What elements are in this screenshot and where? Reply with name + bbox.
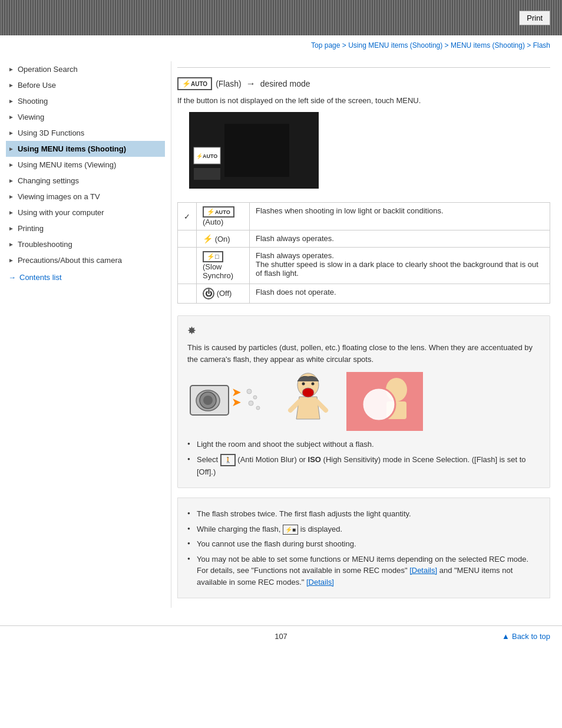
arrow-right-icon: → (8, 273, 16, 282)
svg-point-11 (247, 389, 252, 394)
sidebar-label: Viewing images on a TV (18, 192, 100, 201)
details-link-2[interactable]: [Details] (306, 578, 334, 587)
sidebar-label: Shooting (18, 97, 48, 106)
tip-text: This is caused by particles (dust, polle… (187, 342, 540, 365)
instruction-text: If the button is not displayed on the le… (177, 96, 550, 105)
tip-bullet-item: Select 🚶 (Anti Motion Blur) or ISO (High… (187, 452, 540, 480)
sidebar-item-computer[interactable]: ► Using with your computer (6, 205, 165, 220)
auto-description: Flashes when shooting in low light or ba… (250, 203, 550, 230)
sidebar-label: Troubleshooting (18, 240, 72, 249)
sidebar-item-precautions[interactable]: ► Precautions/About this camera (6, 252, 165, 268)
sidebar-item-before-use[interactable]: ► Before Use (6, 77, 165, 93)
sidebar-item-shooting[interactable]: ► Shooting (6, 93, 165, 109)
arrow-icon: ► (8, 66, 14, 73)
flash-heading: ⚡AUTO (Flash) → desired mode (177, 77, 550, 90)
sidebar-label: Changing settings (18, 176, 79, 185)
svg-point-13 (249, 401, 253, 406)
breadcrumb-menu-items[interactable]: MENU items (Shooting) (451, 41, 525, 50)
svg-rect-1 (224, 124, 289, 177)
page-footer: 107 ▲ Back to top (0, 625, 562, 647)
arrow-icon: ► (8, 209, 14, 216)
tip-bullet-list: Light the room and shoot the subject wit… (187, 437, 540, 479)
details-link-1[interactable]: [Details] (409, 566, 437, 575)
slow-description: Flash always operates.The shutter speed … (250, 248, 550, 284)
breadcrumb-using-menu[interactable]: Using MENU items (Shooting) (348, 41, 442, 50)
sidebar-item-changing-settings[interactable]: ► Changing settings (6, 173, 165, 189)
print-button[interactable]: Print (519, 11, 550, 25)
breadcrumb-top[interactable]: Top page (311, 41, 340, 50)
svg-point-18 (302, 388, 314, 397)
on-label: (On) (215, 235, 230, 243)
desired-mode-text: desired mode (260, 79, 310, 88)
person-illustration-svg (276, 372, 335, 431)
svg-point-20 (312, 383, 315, 386)
tip-icon: ✸ (187, 324, 540, 337)
sidebar-label: Operation Search (18, 65, 78, 74)
svg-point-14 (256, 406, 260, 410)
svg-text:⚡AUTO: ⚡AUTO (196, 153, 217, 160)
check-cell (178, 284, 197, 304)
svg-text:➤: ➤ (232, 396, 242, 409)
off-flash-icon: ⏻ (203, 288, 214, 299)
sidebar-item-viewing-tv[interactable]: ► Viewing images on a TV (6, 189, 165, 205)
svg-rect-4 (194, 168, 220, 180)
arrow-to-icon: → (246, 78, 256, 89)
arrow-icon: ► (8, 146, 14, 152)
contents-list-link[interactable]: → Contents list (6, 268, 165, 286)
off-label: (Off) (217, 289, 232, 298)
icon-cell-auto: ⚡AUTO (Auto) (197, 203, 250, 230)
arrow-icon: ► (8, 82, 14, 88)
note-bullet-item: You cannot use the flash during burst sh… (187, 536, 540, 552)
sidebar-label: Using with your computer (18, 208, 104, 217)
svg-point-8 (203, 396, 213, 405)
arrow-icon: ► (8, 193, 14, 200)
sidebar-label: Using 3D Functions (18, 129, 84, 137)
arrow-icon: ► (8, 177, 14, 184)
check-cell (178, 230, 197, 248)
sidebar-item-3d-functions[interactable]: ► Using 3D Functions (6, 125, 165, 141)
back-to-top[interactable]: ▲ Back to top (502, 632, 550, 641)
back-to-top-label[interactable]: Back to top (512, 632, 550, 641)
arrow-icon: ► (8, 114, 14, 120)
slow-flash-icon: ⚡□ (203, 251, 223, 262)
sidebar-label: Printing (18, 224, 44, 233)
slow-label: (SlowSynchro) (203, 262, 233, 280)
on-description: Flash always operates. (250, 230, 550, 248)
sidebar-label: Before Use (18, 81, 56, 90)
svg-point-19 (302, 383, 305, 386)
table-row: ⚡□ (SlowSynchro) Flash always operates.T… (178, 248, 550, 284)
sidebar-item-operation-search[interactable]: ► Operation Search (6, 61, 165, 77)
icon-cell-off: ⏻ (Off) (197, 284, 250, 304)
table-row: ✓ ⚡AUTO (Auto) Flashes when shooting in … (178, 203, 550, 230)
arrow-icon: ► (8, 98, 14, 104)
sidebar-item-viewing[interactable]: ► Viewing (6, 109, 165, 125)
icon-cell-slow: ⚡□ (SlowSynchro) (197, 248, 250, 284)
camera-diagram: ⚡AUTO (189, 112, 550, 190)
check-cell (178, 248, 197, 284)
contents-list-label[interactable]: Contents list (19, 273, 62, 282)
svg-point-12 (253, 396, 257, 399)
up-arrow-icon: ▲ (502, 632, 510, 641)
sidebar-item-using-menu-shooting[interactable]: ► Using MENU items (Shooting) (6, 141, 165, 157)
table-row: ⚡ (On) Flash always operates. (178, 230, 550, 248)
sidebar-item-printing[interactable]: ► Printing (6, 220, 165, 236)
tip-images: ➤ ➤ (187, 372, 540, 431)
footer-right: ▲ Back to top (371, 632, 550, 641)
flash-table: ✓ ⚡AUTO (Auto) Flashes when shooting in … (177, 202, 550, 304)
sidebar-item-troubleshooting[interactable]: ► Troubleshooting (6, 236, 165, 252)
sidebar: ► Operation Search ► Before Use ► Shooti… (0, 61, 171, 608)
breadcrumb-flash[interactable]: Flash (533, 41, 550, 50)
flash-illustration-svg: ➤ ➤ (187, 374, 264, 430)
icon-cell-on: ⚡ (On) (197, 230, 250, 248)
table-row: ⏻ (Off) Flash does not operate. (178, 284, 550, 304)
sidebar-label: Precautions/About this camera (18, 256, 122, 265)
lightning-icon: ⚡ (203, 234, 213, 243)
anti-motion-icon: 🚶 (220, 454, 236, 466)
arrow-icon: ► (8, 162, 14, 168)
header-bar: Print (0, 0, 562, 35)
note-bullet-list: The flash strobes twice. The first flash… (187, 506, 540, 589)
note-bullet-item: You may not be able to set some function… (187, 552, 540, 590)
charging-icon: ⚡■ (283, 525, 298, 535)
flash-heading-text: (Flash) (216, 79, 242, 88)
sidebar-item-using-menu-viewing[interactable]: ► Using MENU items (Viewing) (6, 157, 165, 173)
